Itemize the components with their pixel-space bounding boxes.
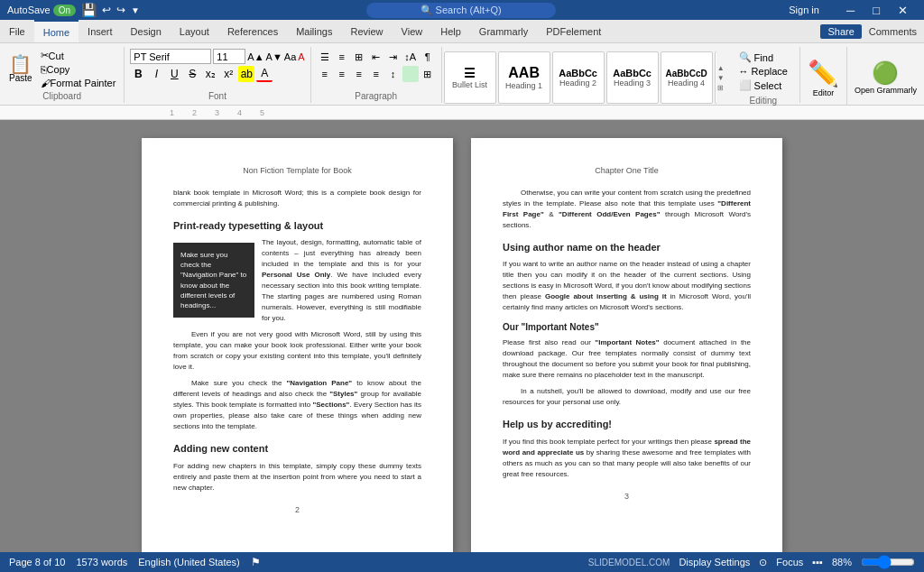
- align-center-button[interactable]: ≡: [334, 66, 350, 82]
- select-button[interactable]: ⬜ Select: [736, 78, 790, 92]
- close-button[interactable]: ✕: [889, 0, 917, 20]
- page-count[interactable]: Page 8 of 10: [9, 557, 65, 567]
- tab-file[interactable]: File: [0, 20, 34, 42]
- shading-button[interactable]: [402, 66, 419, 82]
- italic-button[interactable]: I: [148, 66, 164, 82]
- focus-icon[interactable]: ⊙: [759, 557, 767, 568]
- paste-button[interactable]: 📋 Paste: [5, 53, 36, 85]
- tab-view[interactable]: View: [393, 20, 432, 42]
- clear-formatting[interactable]: Aa: [284, 51, 296, 62]
- page-left-title: Non Fiction Template for Book: [173, 165, 421, 177]
- document-area: Non Fiction Template for Book blank book…: [0, 120, 924, 552]
- font-size-up[interactable]: A▲: [247, 51, 263, 62]
- font-color-button[interactable]: A: [256, 66, 273, 82]
- align-left-button[interactable]: ≡: [317, 66, 333, 82]
- page-right-title: Chapter One Title: [503, 165, 751, 177]
- comments-button[interactable]: Comments: [869, 26, 917, 37]
- strikethrough-button[interactable]: S: [184, 66, 200, 82]
- title-bar-right: Sign in ─ □ ✕: [781, 0, 917, 20]
- style-heading3[interactable]: AaBbCc Heading 3: [606, 51, 659, 104]
- language[interactable]: English (United States): [138, 557, 240, 567]
- tab-pdfelement[interactable]: PDFelement: [537, 20, 610, 42]
- align-right-button[interactable]: ≡: [351, 66, 367, 82]
- style-heading4[interactable]: AaBbCcD Heading 4: [661, 51, 713, 104]
- style-bullet-list[interactable]: ☰ Bullet List: [444, 51, 496, 104]
- tab-insert[interactable]: Insert: [79, 20, 122, 42]
- underline-button[interactable]: U: [166, 66, 182, 82]
- tab-home[interactable]: Home: [34, 20, 79, 42]
- tab-grammarly[interactable]: Grammarly: [470, 20, 537, 42]
- sign-in-button[interactable]: Sign in: [781, 3, 827, 17]
- undo-icon[interactable]: ↩: [102, 4, 111, 16]
- p-nutshell: In a nutshell, you'll be allowed to down…: [503, 386, 751, 408]
- tab-mailings[interactable]: Mailings: [287, 20, 341, 42]
- p-author: If you want to write an author name on t…: [503, 259, 751, 313]
- sort-button[interactable]: ↕A: [402, 49, 419, 65]
- font-name-input[interactable]: [130, 49, 211, 64]
- editor-icon: ✏️: [808, 59, 839, 88]
- subscript-button[interactable]: x₂: [202, 66, 218, 82]
- page-left: Non Fiction Template for Book blank book…: [142, 138, 453, 552]
- focus-label[interactable]: Focus: [776, 557, 803, 567]
- page-left-body[interactable]: blank book template in Microsoft Word; t…: [173, 188, 421, 494]
- show-formatting-button[interactable]: ¶: [420, 49, 436, 65]
- font-size-down[interactable]: A▼: [266, 51, 282, 62]
- ruler-marks: 1 2 3 4 5: [170, 108, 282, 117]
- styles-scroll-down[interactable]: ▼: [716, 73, 725, 83]
- multilevel-list-button[interactable]: ⊞: [351, 49, 367, 65]
- page-right-body[interactable]: Otherwise, you can write your content fr…: [503, 188, 751, 480]
- tab-layout[interactable]: Layout: [171, 20, 218, 42]
- increase-indent-button[interactable]: ⇥: [385, 49, 402, 65]
- h3-important: Our "Important Notes": [503, 320, 751, 334]
- decrease-indent-button[interactable]: ⇤: [368, 49, 384, 65]
- zoom-slider[interactable]: [861, 555, 915, 569]
- editor-button[interactable]: ✏️ Editor: [808, 59, 839, 97]
- maximize-button[interactable]: □: [864, 0, 889, 20]
- numbered-list-button[interactable]: ≡: [334, 49, 350, 65]
- window-controls: ─ □ ✕: [837, 0, 917, 20]
- page-right-number: 3: [503, 491, 751, 503]
- paste-icon: 📋: [9, 55, 32, 73]
- replace-button[interactable]: ↔ Replace: [736, 65, 790, 78]
- styles-scroll-up[interactable]: ▲: [716, 63, 725, 73]
- share-button[interactable]: Share: [820, 24, 861, 39]
- borders-button[interactable]: ⊞: [420, 66, 436, 82]
- font-size-input[interactable]: [213, 49, 245, 64]
- customize-icon[interactable]: ▼: [131, 5, 140, 15]
- style-heading1[interactable]: AAB Heading 1: [498, 51, 550, 104]
- tab-references[interactable]: References: [218, 20, 287, 42]
- grammarly-icon: 🟢: [872, 60, 899, 86]
- minimize-button[interactable]: ─: [837, 0, 864, 20]
- style-heading2[interactable]: AaBbCc Heading 2: [552, 51, 605, 104]
- superscript-button[interactable]: x²: [220, 66, 236, 82]
- word-count[interactable]: 1573 words: [76, 557, 127, 567]
- justify-button[interactable]: ≡: [368, 66, 384, 82]
- bullet-list-button[interactable]: ☰: [317, 49, 333, 65]
- watermark: SLIDEMODEL.COM: [588, 558, 670, 567]
- autosave-text: AutoSave: [7, 5, 51, 15]
- ribbon-content: 📋 Paste ✂ Cut ⎘ Copy 🖌 Format Painter Cl…: [0, 43, 924, 105]
- line-spacing-button[interactable]: ↕: [385, 66, 402, 82]
- grammarly-open-button[interactable]: 🟢 Open Grammarly: [855, 60, 917, 95]
- format-painter-label: Format Painter: [51, 78, 116, 88]
- zoom-level[interactable]: 88%: [832, 557, 852, 567]
- display-settings[interactable]: Display Settings: [679, 557, 750, 567]
- save-icon[interactable]: 💾: [81, 3, 97, 17]
- editor-label: Editor: [813, 88, 835, 97]
- tab-help[interactable]: Help: [431, 20, 470, 42]
- tab-review[interactable]: Review: [342, 20, 393, 42]
- bold-button[interactable]: B: [130, 66, 146, 82]
- search-bar[interactable]: 🔍 Search (Alt+Q): [366, 3, 556, 18]
- find-button[interactable]: 🔍 Find: [736, 51, 790, 64]
- format-painter-button[interactable]: 🖌 Format Painter: [38, 77, 119, 89]
- styles-expand[interactable]: ⊞: [716, 83, 725, 93]
- text-highlight[interactable]: ab: [238, 66, 254, 82]
- copy-button[interactable]: ⎘ Copy: [38, 63, 119, 76]
- font-color[interactable]: A: [298, 51, 304, 62]
- ribbon: File Home Insert Design Layout Reference…: [0, 20, 924, 106]
- accessibility-icon[interactable]: ⚑: [251, 556, 261, 568]
- autosave-toggle[interactable]: On: [53, 5, 76, 16]
- cut-button[interactable]: ✂ Cut: [38, 49, 119, 62]
- tab-design[interactable]: Design: [122, 20, 171, 42]
- redo-icon[interactable]: ↪: [116, 4, 125, 16]
